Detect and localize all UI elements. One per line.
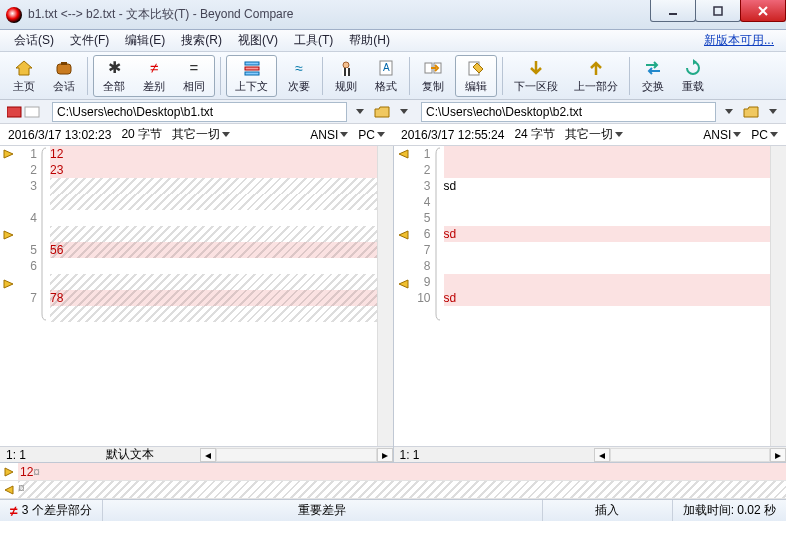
right-vscroll[interactable] [770,146,786,446]
code-line[interactable] [50,178,377,194]
code-line[interactable]: sd [444,178,771,194]
close-button[interactable] [740,0,786,22]
line-number: 3 [18,178,37,194]
right-scroll-left-icon[interactable]: ◂ [594,448,610,462]
code-line[interactable] [444,258,771,274]
code-line[interactable] [50,306,377,322]
left-editor[interactable]: 1234567 12235678 [0,146,393,446]
right-status-row: 1: 1 ◂ ▸ [394,446,787,462]
left-everything-dropdown[interactable]: 其它一切 [172,126,230,143]
minor-button[interactable]: ≈ 次要 [279,56,319,96]
code-line[interactable] [444,210,771,226]
right-path-input[interactable] [421,102,716,122]
session-icon [53,58,75,78]
code-line[interactable]: 56 [50,242,377,258]
left-timestamp: 2016/3/17 13:02:23 [8,128,111,142]
code-line[interactable] [444,146,771,162]
left-open-icon[interactable] [373,103,391,121]
left-mode: 默认文本 [60,446,200,463]
compare-mode-icon[interactable] [0,105,48,119]
menu-tools[interactable]: 工具(T) [286,30,341,51]
right-dropdown2-icon[interactable] [764,103,782,121]
left-lineend-dropdown[interactable]: PC [358,128,385,142]
left-dropdown2-icon[interactable] [395,103,413,121]
all-button[interactable]: ✱ 全部 [94,56,134,96]
left-dropdown-icon[interactable] [351,103,369,121]
code-line[interactable]: 12 [50,146,377,162]
right-lineend-dropdown[interactable]: PC [751,128,778,142]
diffs-button[interactable]: ≠ 差别 [134,56,174,96]
right-scroll-right-icon[interactable]: ▸ [770,448,786,462]
right-encoding-dropdown[interactable]: ANSI [703,128,741,142]
maximize-button[interactable] [695,0,741,22]
code-line[interactable] [50,194,377,210]
reload-icon [682,58,704,78]
gutter-marker [0,147,18,163]
code-line[interactable] [444,306,771,322]
right-open-icon[interactable] [742,103,760,121]
code-line[interactable]: 23 [50,162,377,178]
asterisk-icon: ✱ [103,58,125,78]
left-hscroll[interactable] [216,448,377,462]
copy-button[interactable]: 复制 [413,56,453,96]
code-line[interactable] [50,274,377,290]
left-scroll-left-icon[interactable]: ◂ [200,448,216,462]
code-line[interactable] [444,242,771,258]
pathbar [0,100,786,124]
line-number: 7 [412,242,431,258]
line-number: 7 [18,290,37,306]
menu-session[interactable]: 会话(S) [6,30,62,51]
right-dropdown-icon[interactable] [720,103,738,121]
menu-file[interactable]: 文件(F) [62,30,117,51]
up-arrow-icon [585,58,607,78]
code-line[interactable] [50,226,377,242]
right-hscroll[interactable] [610,448,771,462]
edit-button[interactable]: 编辑 [456,56,496,96]
menu-edit[interactable]: 编辑(E) [117,30,173,51]
context-button[interactable]: 上下文 [227,56,276,96]
code-line[interactable] [50,210,377,226]
next-section-button[interactable]: 下一区段 [506,56,566,96]
code-line[interactable]: sd [444,226,771,242]
titlebar: b1.txt <--> b2.txt - 文本比较(T) - Beyond Co… [0,0,786,30]
prev-section-button[interactable]: 上一部分 [566,56,626,96]
status-diff-count: 3 个差异部分 [22,502,92,519]
session-button[interactable]: 会话 [44,56,84,96]
svg-rect-4 [245,62,259,65]
gutter-marker [394,147,412,163]
reload-button[interactable]: 重载 [673,56,713,96]
code-line[interactable]: sd [444,290,771,306]
code-line[interactable] [50,258,377,274]
format-button[interactable]: A 格式 [366,56,406,96]
gutter-marker [394,228,412,244]
left-path-input[interactable] [52,102,347,122]
left-cursor-pos: 1: 1 [0,448,60,462]
menu-search[interactable]: 搜索(R) [173,30,230,51]
line-number: 4 [412,194,431,210]
gutter-marker [0,309,18,325]
menu-view[interactable]: 视图(V) [230,30,286,51]
left-vscroll[interactable] [377,146,393,446]
new-version-link[interactable]: 新版本可用... [704,32,780,49]
format-icon: A [375,58,397,78]
line-number: 6 [412,226,431,242]
code-line[interactable]: 78 [50,290,377,306]
code-line[interactable] [444,162,771,178]
menu-help[interactable]: 帮助(H) [341,30,398,51]
line-number: 9 [412,274,431,290]
minimize-button[interactable] [650,0,696,22]
left-encoding-dropdown[interactable]: ANSI [310,128,348,142]
same-button[interactable]: = 相同 [174,56,214,96]
right-editor[interactable]: 12345678910 sdsdsd [394,146,787,446]
svg-rect-10 [346,68,348,76]
gutter-marker [0,163,18,179]
line-number [18,194,37,210]
code-line[interactable] [444,274,771,290]
rules-button[interactable]: 规则 [326,56,366,96]
left-scroll-right-icon[interactable]: ▸ [377,448,393,462]
code-line[interactable] [444,194,771,210]
right-everything-dropdown[interactable]: 其它一切 [565,126,623,143]
home-button[interactable]: 主页 [4,56,44,96]
swap-button[interactable]: 交换 [633,56,673,96]
statusbar: ≠3 个差异部分 重要差异 插入 加载时间: 0.02 秒 [0,499,786,521]
